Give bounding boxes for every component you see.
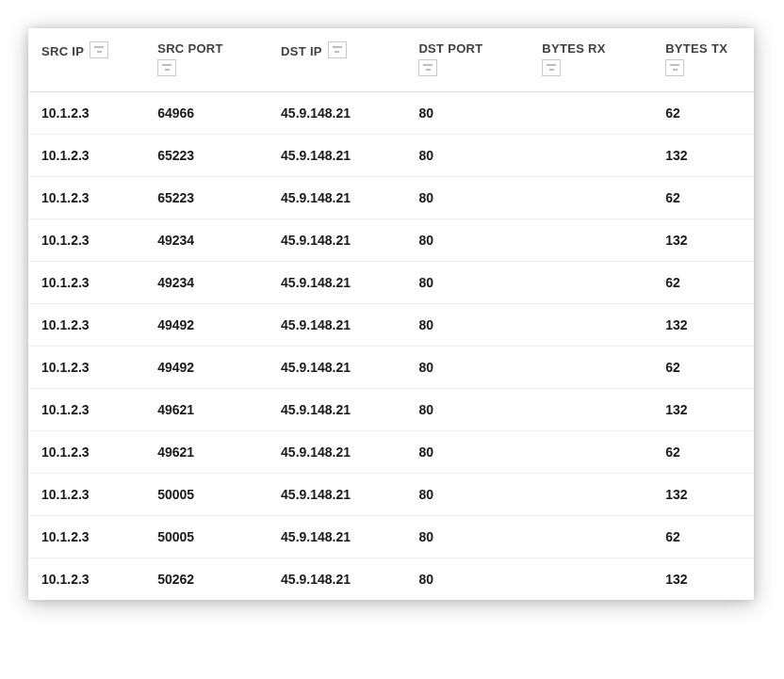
cell-bytes-rx (529, 135, 652, 177)
cell-bytes-rx (529, 92, 652, 135)
filter-icon[interactable] (90, 41, 108, 58)
cell-src-port: 50262 (144, 558, 268, 601)
column-label: SRC PORT (157, 41, 223, 56)
cell-bytes-tx: 62 (652, 92, 754, 135)
cell-dst-port: 80 (405, 347, 529, 389)
cell-bytes-tx: 62 (652, 347, 754, 389)
cell-src-port: 65223 (144, 177, 268, 219)
cell-bytes-rx (529, 558, 652, 601)
cell-bytes-rx (529, 304, 652, 347)
column-label: DST IP (281, 44, 322, 58)
column-header-src-ip[interactable]: SRC IP (28, 28, 144, 92)
filter-icon[interactable] (542, 59, 561, 76)
cell-src-ip: 10.1.2.3 (28, 558, 144, 601)
cell-bytes-tx: 132 (652, 304, 754, 347)
cell-bytes-tx: 62 (652, 177, 754, 219)
cell-dst-port: 80 (405, 389, 529, 431)
cell-src-ip: 10.1.2.3 (28, 219, 144, 262)
cell-src-port: 64966 (144, 92, 268, 135)
cell-dst-ip: 45.9.148.21 (268, 304, 405, 347)
cell-src-ip: 10.1.2.3 (28, 262, 144, 304)
cell-bytes-tx: 132 (652, 219, 754, 262)
cell-src-ip: 10.1.2.3 (28, 135, 144, 177)
cell-dst-ip: 45.9.148.21 (268, 516, 405, 558)
cell-dst-ip: 45.9.148.21 (268, 389, 405, 431)
cell-dst-port: 80 (405, 558, 529, 601)
table-row[interactable]: 10.1.2.35026245.9.148.2180132 (28, 558, 754, 601)
table-row[interactable]: 10.1.2.34949245.9.148.218062 (28, 347, 754, 389)
filter-icon[interactable] (665, 59, 684, 76)
table-row[interactable]: 10.1.2.35000545.9.148.2180132 (28, 474, 754, 516)
cell-src-ip: 10.1.2.3 (28, 516, 144, 558)
table-row[interactable]: 10.1.2.34949245.9.148.2180132 (28, 304, 754, 347)
cell-dst-port: 80 (405, 262, 529, 304)
table-row[interactable]: 10.1.2.36522345.9.148.218062 (28, 177, 754, 219)
column-header-bytes-rx[interactable]: BYTES RX (529, 28, 652, 92)
column-label: DST PORT (418, 41, 482, 56)
cell-src-ip: 10.1.2.3 (28, 389, 144, 431)
cell-bytes-rx (529, 177, 652, 219)
column-header-src-port[interactable]: SRC PORT (144, 28, 268, 92)
cell-bytes-rx (529, 219, 652, 262)
cell-src-port: 50005 (144, 516, 268, 558)
cell-src-ip: 10.1.2.3 (28, 474, 144, 516)
cell-src-port: 49234 (144, 219, 268, 262)
cell-dst-ip: 45.9.148.21 (268, 558, 405, 601)
cell-bytes-rx (529, 431, 652, 474)
cell-bytes-rx (529, 474, 652, 516)
cell-src-port: 50005 (144, 474, 268, 516)
cell-src-ip: 10.1.2.3 (28, 92, 144, 135)
table-row[interactable]: 10.1.2.34962145.9.148.218062 (28, 431, 754, 474)
cell-dst-port: 80 (405, 516, 529, 558)
table-row[interactable]: 10.1.2.34923445.9.148.2180132 (28, 219, 754, 262)
column-header-dst-port[interactable]: DST PORT (405, 28, 529, 92)
cell-bytes-tx: 62 (652, 516, 754, 558)
cell-bytes-tx: 132 (652, 558, 754, 601)
cell-src-port: 65223 (144, 135, 268, 177)
filter-icon[interactable] (328, 41, 347, 58)
column-label: SRC IP (41, 44, 84, 58)
cell-bytes-tx: 132 (652, 474, 754, 516)
table-row[interactable]: 10.1.2.35000545.9.148.218062 (28, 516, 754, 558)
cell-dst-ip: 45.9.148.21 (268, 347, 405, 389)
cell-dst-port: 80 (405, 177, 529, 219)
cell-src-ip: 10.1.2.3 (28, 177, 144, 219)
column-label: BYTES TX (665, 41, 727, 56)
cell-bytes-tx: 132 (652, 135, 754, 177)
cell-bytes-rx (529, 347, 652, 389)
cell-dst-ip: 45.9.148.21 (268, 474, 405, 516)
cell-dst-ip: 45.9.148.21 (268, 92, 405, 135)
table-row[interactable]: 10.1.2.34923445.9.148.218062 (28, 262, 754, 304)
cell-dst-ip: 45.9.148.21 (268, 431, 405, 474)
cell-dst-port: 80 (405, 219, 529, 262)
table-row[interactable]: 10.1.2.36496645.9.148.218062 (28, 92, 754, 135)
cell-src-ip: 10.1.2.3 (28, 431, 144, 474)
network-flows-table: SRC IP SRC PORT DST IP (28, 28, 754, 600)
filter-icon[interactable] (418, 59, 437, 76)
cell-dst-ip: 45.9.148.21 (268, 177, 405, 219)
cell-dst-port: 80 (405, 135, 529, 177)
cell-dst-port: 80 (405, 474, 529, 516)
cell-dst-ip: 45.9.148.21 (268, 219, 405, 262)
table-body: 10.1.2.36496645.9.148.21806210.1.2.36522… (28, 92, 754, 601)
table-row[interactable]: 10.1.2.34962145.9.148.2180132 (28, 389, 754, 431)
cell-dst-port: 80 (405, 304, 529, 347)
column-header-bytes-tx[interactable]: BYTES TX (652, 28, 754, 92)
table-header-row: SRC IP SRC PORT DST IP (28, 28, 754, 92)
cell-dst-port: 80 (405, 92, 529, 135)
cell-dst-ip: 45.9.148.21 (268, 262, 405, 304)
table-row[interactable]: 10.1.2.36522345.9.148.2180132 (28, 135, 754, 177)
filter-icon[interactable] (157, 59, 176, 76)
cell-bytes-rx (529, 516, 652, 558)
cell-bytes-tx: 62 (652, 431, 754, 474)
cell-src-port: 49234 (144, 262, 268, 304)
cell-bytes-tx: 132 (652, 389, 754, 431)
cell-dst-ip: 45.9.148.21 (268, 135, 405, 177)
column-label: BYTES RX (542, 41, 605, 56)
cell-bytes-rx (529, 389, 652, 431)
cell-src-port: 49621 (144, 431, 268, 474)
network-flows-table-container: SRC IP SRC PORT DST IP (28, 28, 754, 600)
column-header-dst-ip[interactable]: DST IP (268, 28, 405, 92)
cell-bytes-tx: 62 (652, 262, 754, 304)
cell-src-port: 49492 (144, 304, 268, 347)
